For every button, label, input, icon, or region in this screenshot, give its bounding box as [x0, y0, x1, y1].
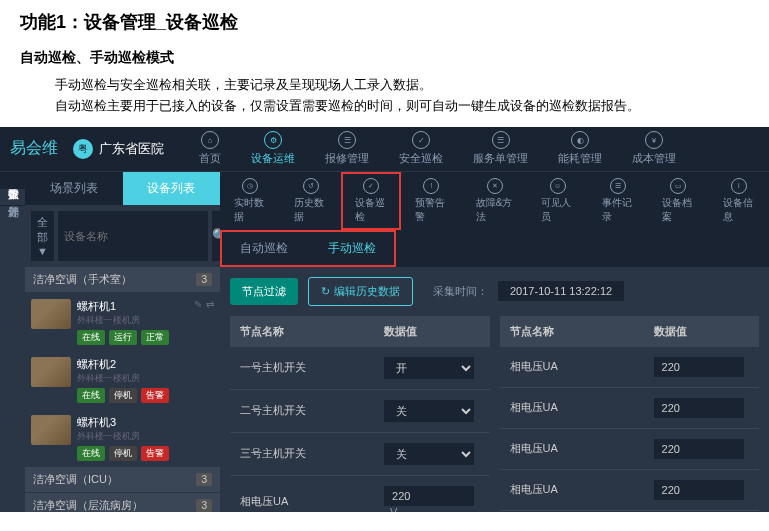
col-node-name: 节点名称 [500, 316, 644, 347]
vtab-device-data[interactable]: 设备数据 [0, 172, 25, 189]
group-surgery[interactable]: 洁净空调（手术室） 3 [25, 267, 220, 292]
device-item-3[interactable]: 螺杆机3 外科楼一楼机房 在线 停机 告警 [25, 409, 220, 467]
device-item-2[interactable]: 螺杆机2 外科楼一楼机房 在线 停机 告警 [25, 351, 220, 409]
value-input[interactable] [654, 480, 744, 500]
node-filter-button[interactable]: 节点过滤 [230, 278, 298, 305]
config-icon[interactable]: ⇄ [206, 299, 214, 314]
nav-device-ops[interactable]: ⚙设备运维 [236, 127, 310, 172]
value-select[interactable]: 关 [384, 400, 474, 422]
time-label: 采集时间： [433, 284, 488, 299]
nav-energy[interactable]: ◐能耗管理 [543, 127, 617, 172]
badge-alarm: 告警 [141, 446, 169, 461]
vtab-maintenance[interactable]: 保养计划 [0, 189, 25, 206]
dial-icon: ◐ [571, 131, 589, 149]
content-area: ◷实时数据 ↺历史数据 ✓设备巡检 !预警告警 ✕故障&方法 ☺可见人员 ☰事件… [220, 172, 769, 512]
col-node-name: 节点名称 [230, 316, 374, 347]
group-icu[interactable]: 洁净空调（ICU）3 [25, 467, 220, 492]
value-select[interactable]: 开 [384, 357, 474, 379]
edit-icon[interactable]: ✎ [194, 299, 202, 314]
col-value: 数据值 [374, 316, 489, 347]
bell-icon: ! [423, 178, 439, 194]
device-name: 螺杆机3 [77, 415, 214, 430]
subnav-events[interactable]: ☰事件记录 [588, 172, 648, 230]
check-icon: ✓ [363, 178, 379, 194]
nav-home[interactable]: ⌂首页 [184, 127, 236, 172]
value-input[interactable] [654, 398, 744, 418]
left-panel: 场景列表 设备列表 全部 ▼ 🔍 洁净空调（手术室） 3 螺杆机1 ✎⇄ [25, 172, 220, 512]
table-row: 相电压UA V [230, 476, 490, 512]
value-select[interactable]: 关 [384, 443, 474, 465]
doc-text-2: 自动巡检主要用于已接入的设备，仅需设置需要巡检的时间，则可自动一键生成设备的巡检… [55, 96, 749, 117]
nav-repair[interactable]: ☰报修管理 [310, 127, 384, 172]
badge-running: 运行 [109, 330, 137, 345]
doc-subtitle: 自动巡检、手动巡检模式 [20, 49, 749, 67]
device-name: 螺杆机1 [77, 299, 116, 314]
badge-stopped: 停机 [109, 446, 137, 461]
table-row [500, 511, 760, 512]
value-input[interactable] [654, 357, 744, 377]
subnav-history[interactable]: ↺历史数据 [280, 172, 340, 230]
table-row: 相电压UA [500, 347, 760, 388]
log-icon: ☰ [610, 178, 626, 194]
brand-logo: 易会维 [10, 138, 58, 159]
subnav-people[interactable]: ☺可见人员 [527, 172, 587, 230]
main-row: 设备数据 保养计划 场景列表 设备列表 全部 ▼ 🔍 洁净空调（手术室） 3 [0, 172, 769, 512]
subnav-inspection[interactable]: ✓设备巡检 [341, 172, 401, 230]
nav-cost[interactable]: ¥成本管理 [617, 127, 691, 172]
hospital-badge[interactable]: 粤 广东省医院 [73, 139, 164, 159]
group-laminar[interactable]: 洁净空调（层流病房）3 [25, 493, 220, 512]
subnav-realtime[interactable]: ◷实时数据 [220, 172, 280, 230]
folder-icon: ▭ [670, 178, 686, 194]
table-row: 相电压UA [500, 429, 760, 470]
list-tabs: 场景列表 设备列表 [25, 172, 220, 205]
vertical-tabs: 设备数据 保养计划 [0, 172, 25, 512]
app-window: 易会维 粤 广东省医院 ⌂首页 ⚙设备运维 ☰报修管理 ✓安全巡检 ☰服务单管理… [0, 127, 769, 512]
tab-auto-inspection[interactable]: 自动巡检 [220, 230, 308, 267]
data-table-left: 节点名称 数据值 一号主机开关 开 二号主机开关 关 三号主机开关 关 [230, 316, 490, 512]
info-icon: i [731, 178, 747, 194]
col-value: 数据值 [644, 316, 759, 347]
data-area: 节点名称 数据值 一号主机开关 开 二号主机开关 关 三号主机开关 关 [220, 316, 769, 512]
subnav-alarm[interactable]: !预警告警 [401, 172, 461, 230]
device-location: 外科楼一楼机房 [77, 314, 214, 327]
device-location: 外科楼一楼机房 [77, 372, 214, 385]
value-input[interactable] [384, 486, 474, 506]
table-row: 相电压UA [500, 388, 760, 429]
gear-icon: ⚙ [264, 131, 282, 149]
clock-icon: ◷ [242, 178, 258, 194]
search-row: 全部 ▼ 🔍 [25, 205, 220, 267]
doc-text-1: 手动巡检与安全巡检相关联，主要记录及呈现现场人工录入数据。 [55, 75, 749, 96]
tab-device-list[interactable]: 设备列表 [123, 172, 221, 205]
device-image [31, 415, 71, 445]
wrench-icon: ✕ [487, 178, 503, 194]
doc-title: 功能1：设备管理_设备巡检 [20, 10, 749, 34]
device-image [31, 357, 71, 387]
badge-online: 在线 [77, 446, 105, 461]
filter-select[interactable]: 全部 ▼ [31, 211, 54, 261]
value-input[interactable] [654, 439, 744, 459]
device-item-1[interactable]: 螺杆机1 ✎⇄ 外科楼一楼机房 在线 运行 正常 [25, 293, 220, 351]
refresh-icon: ↻ [321, 285, 330, 298]
tab-manual-inspection[interactable]: 手动巡检 [308, 230, 396, 267]
list-icon: ☰ [492, 131, 510, 149]
table-row: 三号主机开关 关 [230, 433, 490, 476]
search-input[interactable] [58, 211, 208, 261]
device-image [31, 299, 71, 329]
history-icon: ↺ [303, 178, 319, 194]
nav-safety[interactable]: ✓安全巡检 [384, 127, 458, 172]
edit-history-button[interactable]: ↻编辑历史数据 [308, 277, 413, 306]
badge-stopped: 停机 [109, 388, 137, 403]
badge-normal: 正常 [141, 330, 169, 345]
device-location: 外科楼一楼机房 [77, 430, 214, 443]
collection-time: 2017-10-11 13:22:12 [498, 281, 624, 301]
shield-icon: ✓ [412, 131, 430, 149]
nav-service[interactable]: ☰服务单管理 [458, 127, 543, 172]
tab-scene-list[interactable]: 场景列表 [25, 172, 123, 205]
table-row: 一号主机开关 开 [230, 347, 490, 390]
top-nav: ⌂首页 ⚙设备运维 ☰报修管理 ✓安全巡检 ☰服务单管理 ◐能耗管理 ¥成本管理 [184, 127, 759, 172]
hospital-name: 广东省医院 [99, 140, 164, 158]
subnav-fault[interactable]: ✕故障&方法 [462, 172, 528, 230]
subnav-archive[interactable]: ▭设备档案 [648, 172, 708, 230]
person-icon: ☺ [550, 178, 566, 194]
subnav-info[interactable]: i设备信息 [709, 172, 769, 230]
